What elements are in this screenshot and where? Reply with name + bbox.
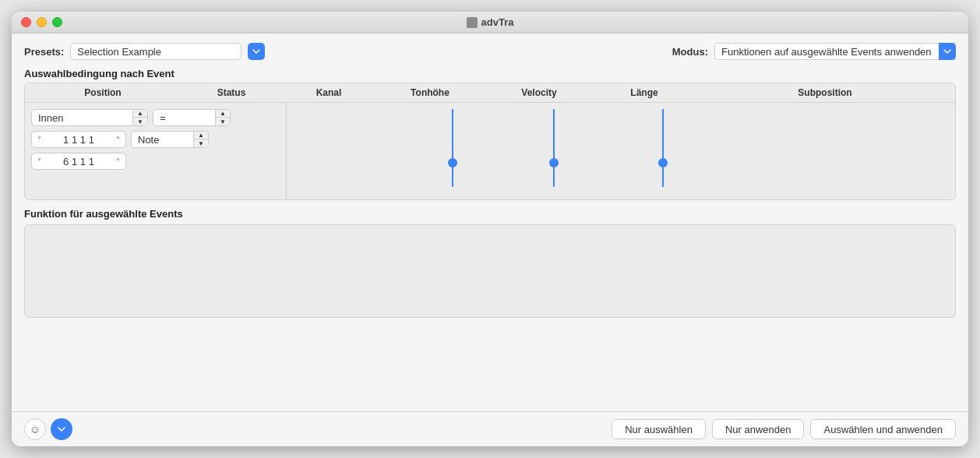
col-header-status: Status — [181, 87, 282, 98]
emoji-button[interactable]: ☺ — [24, 418, 46, 440]
slider-zone — [287, 103, 955, 199]
panel-body: Innen ▲ ▼ = ▲ ▼ — [25, 103, 955, 199]
status-eq-arrows: ▲ ▼ — [215, 110, 230, 125]
status-eq-value: = — [153, 112, 215, 124]
footer: ☺ Nur auswählen Nur anwenden Auswählen u… — [12, 411, 968, 446]
footer-right: Nur auswählen Nur anwenden Auswählen und… — [612, 419, 956, 439]
panel-right-sliders — [287, 103, 955, 199]
position-type-select[interactable]: Innen ▲ ▼ — [31, 109, 148, 126]
tonhohe-slider-container — [499, 109, 608, 187]
content-area: Presets: Selection Example Modus: Funkti… — [12, 33, 968, 411]
auswahlbedingung-title: Auswahlbedingung nach Event — [24, 68, 956, 79]
conditions-panel: Position Status Kanal Tonhöhe Velocity L… — [24, 83, 956, 200]
panel-header-row: Position Status Kanal Tonhöhe Velocity L… — [25, 83, 955, 103]
pos-to-down[interactable]: ˅ — [35, 157, 44, 166]
condition-row-3: ˅ 6 1 1 1 ˄ — [31, 153, 280, 170]
modus-value[interactable]: Funktionen auf ausgewählte Events anwend… — [714, 43, 956, 60]
note-up[interactable]: ▲ — [194, 132, 208, 139]
auswahlbedingung-section: Auswahlbedingung nach Event Position Sta… — [24, 68, 956, 200]
velocity-slider-container — [608, 109, 717, 187]
app-icon — [467, 17, 478, 28]
modus-select-wrapper: Funktionen auf ausgewählte Events anwend… — [714, 43, 956, 60]
pos-from-value: 1 1 1 1 — [44, 134, 114, 146]
position-stepper-to[interactable]: ˅ 6 1 1 1 ˄ — [31, 153, 126, 170]
note-select[interactable]: Note ▲ ▼ — [131, 131, 209, 148]
panel-left-controls: Innen ▲ ▼ = ▲ ▼ — [25, 103, 287, 199]
main-window: advTra Presets: Selection Example Modus:… — [12, 12, 968, 446]
kanal-slider-container — [406, 109, 499, 187]
velocity-slider-thumb[interactable] — [658, 158, 668, 167]
top-bar: Presets: Selection Example Modus: Funkti… — [24, 43, 956, 60]
funktion-section: Funktion für ausgewählte Events — [24, 208, 956, 318]
minimize-button[interactable] — [37, 17, 47, 27]
presets-row: Presets: Selection Example — [24, 43, 265, 60]
col-header-kanal: Kanal — [282, 87, 375, 98]
kanal-slider-track — [452, 109, 453, 187]
funktion-area — [24, 224, 956, 318]
condition-row-2: ˅ 1 1 1 1 ˄ Note ▲ ▼ — [31, 131, 280, 148]
velocity-slider[interactable] — [662, 109, 664, 187]
modus-row: Modus: Funktionen auf ausgewählte Events… — [672, 43, 956, 60]
nur-anwenden-button[interactable]: Nur anwenden — [712, 419, 805, 439]
footer-left: ☺ — [24, 418, 72, 440]
funktion-title: Funktion für ausgewählte Events — [24, 208, 956, 220]
col-header-subposition: Subposition — [695, 87, 955, 98]
note-value: Note — [132, 134, 193, 146]
preset-value[interactable]: Selection Example — [70, 43, 241, 60]
pos-to-up[interactable]: ˄ — [114, 157, 122, 166]
note-arrows: ▲ ▼ — [193, 132, 208, 147]
auswaehlen-und-anwenden-button[interactable]: Auswählen und anwenden — [810, 419, 956, 439]
presets-label: Presets: — [24, 46, 64, 58]
pos-from-down[interactable]: ˅ — [35, 136, 44, 144]
traffic-lights — [21, 17, 62, 27]
window-title: advTra — [467, 16, 514, 28]
pos-from-up[interactable]: ˄ — [114, 136, 122, 144]
nur-auswaehlen-button[interactable]: Nur auswählen — [612, 419, 706, 439]
kanal-slider[interactable] — [452, 109, 453, 187]
footer-dropdown-button[interactable] — [51, 418, 72, 440]
titlebar: advTra — [12, 12, 968, 33]
status-eq-down[interactable]: ▼ — [216, 118, 230, 125]
tonhohe-slider-thumb[interactable] — [549, 158, 559, 167]
position-type-value: Innen — [32, 112, 132, 124]
tonhohe-slider[interactable] — [553, 109, 555, 187]
col-header-velocity: Velocity — [485, 87, 594, 98]
pos-to-value: 6 1 1 1 — [44, 156, 114, 167]
close-button[interactable] — [21, 17, 31, 27]
condition-row-1: Innen ▲ ▼ = ▲ ▼ — [31, 109, 280, 126]
tonhohe-slider-track — [553, 109, 555, 187]
position-type-up[interactable]: ▲ — [133, 110, 147, 118]
velocity-slider-track — [662, 109, 664, 187]
status-eq-up[interactable]: ▲ — [216, 110, 230, 118]
col-header-tonhohe: Tonhöhe — [375, 87, 485, 98]
modus-label: Modus: — [672, 46, 708, 58]
status-eq-select[interactable]: = ▲ ▼ — [153, 109, 231, 126]
maximize-button[interactable] — [52, 17, 62, 27]
kanal-slider-thumb[interactable] — [448, 158, 457, 167]
presets-dropdown-button[interactable] — [248, 43, 265, 60]
position-stepper-from[interactable]: ˅ 1 1 1 1 ˄ — [31, 131, 126, 148]
col-header-position: Position — [25, 87, 181, 98]
position-type-down[interactable]: ▼ — [133, 118, 147, 125]
modus-dropdown-button[interactable] — [939, 43, 956, 60]
position-type-arrows: ▲ ▼ — [132, 110, 147, 125]
col-header-lange: Länge — [594, 87, 695, 98]
note-down[interactable]: ▼ — [194, 139, 208, 147]
